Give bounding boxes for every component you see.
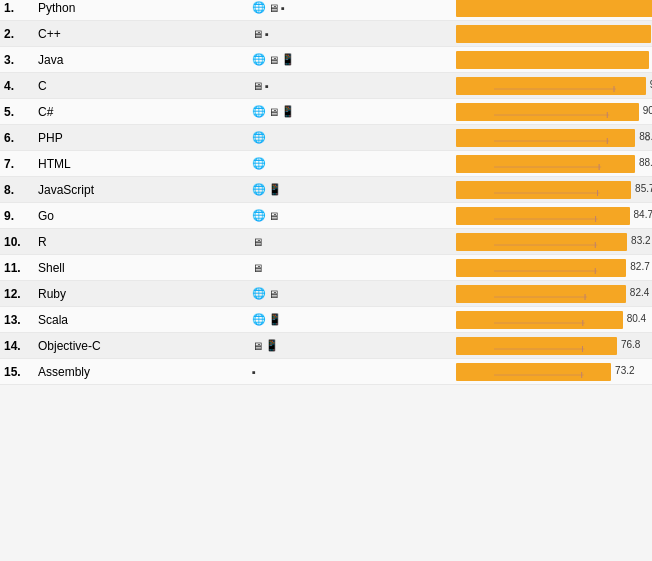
rank-label: 8. xyxy=(4,183,32,197)
table-row: 4. C 🖥▪ 90.7 94.9 xyxy=(0,73,652,99)
type-icon: 🖥 xyxy=(252,236,263,248)
right-bar-cell: 80.4 xyxy=(480,309,652,331)
language-cell: 13. Scala xyxy=(0,310,250,330)
rank-label: 7. xyxy=(4,157,32,171)
icons-cell: 🖥▪ xyxy=(250,28,450,40)
type-icon: 📱 xyxy=(281,53,295,66)
table-body: 1. Python 🌐🖥▪ 100 100 2. C++ 🖥▪ xyxy=(0,0,652,385)
main-container: 1. Python 🌐🖥▪ 100 100 2. C++ 🖥▪ xyxy=(0,0,652,385)
rank-label: 5. xyxy=(4,105,32,119)
type-icon: 🖥 xyxy=(268,2,279,14)
language-name: Go xyxy=(38,209,54,223)
language-cell: 11. Shell xyxy=(0,258,250,278)
type-icon: 🖥 xyxy=(268,288,279,300)
table-row: 1. Python 🌐🖥▪ 100 100 xyxy=(0,0,652,21)
rank-label: 12. xyxy=(4,287,32,301)
type-icon: ▪ xyxy=(265,80,269,92)
right-bar-cell: 88.3 xyxy=(480,127,652,149)
language-name: Objective-C xyxy=(38,339,101,353)
language-cell: 8. JavaScript xyxy=(0,180,250,200)
language-name: Ruby xyxy=(38,287,66,301)
language-name: C# xyxy=(38,105,53,119)
language-cell: 9. Go xyxy=(0,206,250,226)
type-icon: 🖥 xyxy=(252,340,263,352)
type-icon: 📱 xyxy=(281,105,295,118)
right-bar-cell: 96.8 xyxy=(480,49,652,71)
right-bar xyxy=(494,207,630,225)
language-cell: 7. HTML xyxy=(0,154,250,174)
right-bar-cell: 82.4 xyxy=(480,283,652,305)
right-bar-value: 84.7 xyxy=(634,209,652,220)
right-bar xyxy=(494,25,651,43)
language-name: R xyxy=(38,235,47,249)
rank-label: 9. xyxy=(4,209,32,223)
right-bar xyxy=(494,337,617,355)
table-row: 12. Ruby 🌐🖥 79.8 82.4 xyxy=(0,281,652,307)
right-bar-wrap: 90.4swift xyxy=(494,103,652,121)
right-bar-cell: 73.2 xyxy=(480,361,652,383)
type-icon: 🌐 xyxy=(252,53,266,66)
right-bar xyxy=(494,0,652,17)
language-name: Shell xyxy=(38,261,65,275)
language-name: C++ xyxy=(38,27,61,41)
right-bar-wrap: 88.1 xyxy=(494,155,652,173)
icons-cell: 🖥 xyxy=(250,236,450,248)
icons-cell: 🌐🖥 xyxy=(250,209,450,222)
right-bar xyxy=(494,285,626,303)
right-bar-wrap: 94.9 xyxy=(494,77,652,95)
right-bar-cell: 100 xyxy=(480,0,652,19)
icons-cell: 🌐🖥▪ xyxy=(250,1,450,14)
right-bar-cell: 90.4swift xyxy=(480,101,652,123)
right-bar-value: 90.4swift xyxy=(643,105,652,116)
type-icon: 📱 xyxy=(268,313,282,326)
language-name: JavaScript xyxy=(38,183,94,197)
icons-cell: 🌐📱 xyxy=(250,183,450,196)
language-cell: 12. Ruby xyxy=(0,284,250,304)
right-bar-value: 82.7 xyxy=(630,261,649,272)
language-cell: 6. PHP xyxy=(0,128,250,148)
table-row: 9. Go 🌐🖥 81.9 84.7 xyxy=(0,203,652,229)
right-bar-cell: 83.2 xyxy=(480,231,652,253)
table-row: 7. HTML 🌐 88.3 88.1 xyxy=(0,151,652,177)
type-icon: 🌐 xyxy=(252,1,266,14)
right-bar-value: 88.1 xyxy=(639,157,652,168)
language-name: Assembly xyxy=(38,365,90,379)
right-bar-cell: 82.7 xyxy=(480,257,652,279)
right-bar-value: 76.8 xyxy=(621,339,640,350)
right-bar-wrap: 83.2 xyxy=(494,233,652,251)
right-bar xyxy=(494,77,646,95)
icons-cell: 🌐 xyxy=(250,131,450,144)
rank-label: 10. xyxy=(4,235,32,249)
icons-cell: 🌐 xyxy=(250,157,450,170)
right-bar xyxy=(494,129,635,147)
right-bar-cell: 76.8 xyxy=(480,335,652,357)
type-icon: 🖥 xyxy=(268,54,279,66)
icons-cell: 🌐🖥📱 xyxy=(250,105,450,118)
type-icon: 🌐 xyxy=(252,157,266,170)
right-bar-value: 82.4 xyxy=(630,287,649,298)
type-icon: 📱 xyxy=(265,339,279,352)
right-bar-cell: 97.9 xyxy=(480,23,652,45)
type-icon: ▪ xyxy=(265,28,269,40)
icons-cell: 🌐📱 xyxy=(250,313,450,326)
right-bar-wrap: 73.2 xyxy=(494,363,652,381)
table-row: 11. Shell 🖥 80.3 82.7 xyxy=(0,255,652,281)
type-icon: 🖥 xyxy=(252,80,263,92)
right-bar-wrap: 80.4 xyxy=(494,311,652,329)
type-icon: 🌐 xyxy=(252,209,266,222)
language-cell: 14. Objective-C xyxy=(0,336,250,356)
icons-cell: ▪ xyxy=(250,366,450,378)
type-icon: 🖥 xyxy=(268,106,279,118)
table-row: 6. PHP 🌐 88.5 88.3 xyxy=(0,125,652,151)
table-row: 3. Java 🌐🖥📱 95.8 96.8 xyxy=(0,47,652,73)
right-bar-cell: 85.7 xyxy=(480,179,652,201)
right-bar-cell: 94.9 xyxy=(480,75,652,97)
right-bar-wrap: 82.4 xyxy=(494,285,652,303)
language-name: HTML xyxy=(38,157,71,171)
type-icon: 🖥 xyxy=(252,262,263,274)
rank-label: 15. xyxy=(4,365,32,379)
table-row: 15. Assembly ▪ 69.1 73.2 xyxy=(0,359,652,385)
right-bar-wrap: 100 xyxy=(494,0,652,17)
language-name: Java xyxy=(38,53,63,67)
language-cell: 10. R xyxy=(0,232,250,252)
